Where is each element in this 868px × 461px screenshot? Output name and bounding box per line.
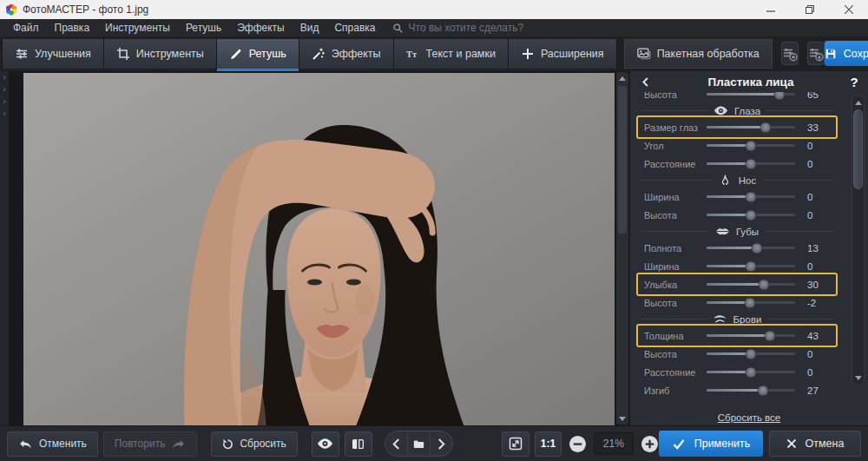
undo-button[interactable]: Отменить [7, 431, 98, 457]
tab-2[interactable]: Ретушь [217, 39, 299, 69]
menu-item[interactable]: Инструменты [97, 22, 178, 34]
slider-handle[interactable] [751, 242, 762, 254]
eye-section-icon [713, 105, 728, 116]
slider-handle[interactable] [746, 348, 757, 359]
slider[interactable] [707, 195, 795, 198]
slider[interactable] [707, 162, 795, 165]
save-label: Сохранить [844, 48, 868, 60]
slider[interactable] [707, 389, 795, 392]
slider[interactable] [707, 93, 795, 95]
menu-item[interactable]: Файл [5, 22, 47, 34]
slider-handle[interactable] [746, 158, 757, 169]
show-original-button[interactable] [312, 431, 339, 457]
tab-6[interactable]: Пакетная обработка [624, 39, 773, 69]
next-photo-button[interactable] [431, 431, 453, 456]
zoom-in-button[interactable] [641, 434, 659, 453]
search-icon [392, 23, 404, 34]
slider-handle[interactable] [746, 366, 757, 378]
expand-chevron-icon[interactable]: › [3, 74, 6, 82]
slider-handle[interactable] [746, 260, 757, 272]
preset-add-button[interactable] [781, 42, 799, 65]
menu-item[interactable]: Правка [47, 22, 98, 34]
tab-label: Ретушь [249, 48, 286, 60]
slider[interactable] [707, 265, 795, 267]
cancel-button[interactable]: Отмена [769, 431, 861, 457]
panel-scrollbar-thumb[interactable] [853, 109, 863, 189]
apply-button[interactable]: Применить [659, 431, 763, 457]
tab-1[interactable]: Инструменты [104, 39, 217, 69]
minimize-button[interactable] [751, 0, 790, 19]
reset-all-link[interactable]: Сбросить все [718, 412, 780, 423]
tab-4[interactable]: TтТекст и рамки [394, 39, 509, 69]
tab-0[interactable]: Улучшения [2, 39, 104, 69]
scroll-up-icon[interactable] [852, 97, 864, 109]
close-button[interactable] [829, 0, 868, 19]
menu-item[interactable]: Вид [293, 22, 327, 34]
slider-value: 0 [807, 210, 830, 221]
redo-button[interactable]: Повторить [103, 431, 198, 457]
slider-handle[interactable] [746, 209, 757, 221]
menu-item[interactable]: Справка [326, 22, 383, 34]
tab-label: Пакетная обработка [657, 48, 760, 60]
tab-label: Текст и рамки [426, 48, 496, 60]
photo-image[interactable] [23, 73, 615, 425]
expand-chevron-icon[interactable]: › [3, 86, 6, 94]
scroll-down-icon[interactable] [616, 412, 628, 425]
expand-chevron-icon[interactable]: › [3, 110, 6, 118]
zoom-out-button[interactable] [569, 434, 587, 453]
slider-handle[interactable] [744, 297, 755, 308]
slider-row: Полнота13 [641, 239, 833, 257]
expand-icon [509, 437, 523, 451]
before-after-button[interactable] [345, 431, 372, 457]
slider-handle[interactable] [759, 279, 770, 290]
slider-label: Полнота [644, 243, 707, 254]
save-button[interactable]: Сохранить [825, 41, 868, 66]
fit-screen-button[interactable] [502, 431, 529, 457]
slider-handle[interactable] [757, 385, 768, 396]
reset-button[interactable]: Сбросить [211, 431, 297, 457]
actual-size-button[interactable]: 1:1 [535, 431, 561, 457]
tab-5[interactable]: Расширения [509, 39, 617, 69]
slider-label: Улыбка [644, 280, 707, 290]
slider-value: 0 [807, 192, 830, 202]
slider[interactable] [707, 334, 795, 337]
preset-export-button[interactable] [807, 42, 825, 65]
scroll-up-icon[interactable] [616, 72, 628, 84]
slider[interactable] [707, 371, 795, 373]
slider-row: Высота0 [641, 206, 833, 224]
expand-chevron-icon[interactable]: › [3, 98, 6, 106]
close-x-icon [786, 438, 797, 449]
slider[interactable] [707, 214, 795, 216]
slider[interactable] [707, 144, 795, 147]
slider[interactable] [707, 247, 795, 249]
panel-scrollbar[interactable] [852, 95, 865, 385]
canvas-vertical-scrollbar[interactable] [616, 72, 628, 425]
slider-value: 0 [807, 367, 830, 378]
previous-photo-button[interactable] [385, 431, 408, 456]
menu-item[interactable]: Эффекты [229, 22, 293, 34]
slider[interactable] [707, 352, 795, 355]
help-button[interactable]: ? [840, 75, 868, 89]
nose-icon [718, 175, 733, 186]
slider-label: Ширина [644, 192, 707, 202]
slider-handle[interactable] [746, 191, 757, 202]
plus-icon [521, 47, 535, 61]
command-search[interactable]: Что вы хотите сделать? [392, 22, 524, 34]
slider-handle[interactable] [774, 92, 786, 100]
restore-button[interactable] [790, 0, 829, 19]
slider[interactable] [707, 301, 795, 304]
scroll-down-icon[interactable] [852, 372, 864, 384]
slider[interactable] [707, 283, 795, 286]
menu-item[interactable]: Ретушь [178, 22, 229, 34]
tab-3[interactable]: Эффекты [299, 39, 394, 69]
back-button[interactable] [630, 76, 661, 88]
slider-handle[interactable] [746, 140, 757, 151]
slider-value: 0 [807, 159, 830, 169]
photo-canvas[interactable] [9, 71, 629, 425]
canvas-scrollbar-thumb[interactable] [618, 86, 627, 234]
slider-handle[interactable] [760, 122, 771, 133]
slider-row: Улыбка30 [641, 275, 833, 293]
slider[interactable] [707, 126, 795, 128]
open-folder-button[interactable] [408, 431, 431, 456]
slider-handle[interactable] [764, 330, 775, 341]
